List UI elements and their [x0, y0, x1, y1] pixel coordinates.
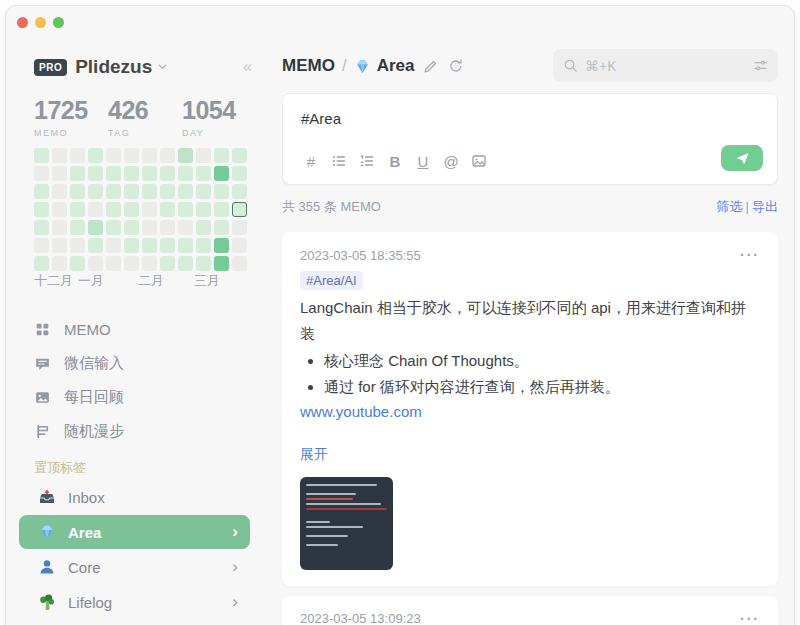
chevron-down-icon[interactable]: [157, 58, 168, 76]
heatmap-cell[interactable]: [160, 202, 175, 217]
bold-icon[interactable]: B: [381, 150, 409, 172]
sidebar-item-memo[interactable]: MEMO: [34, 312, 252, 346]
heatmap-cell[interactable]: [160, 256, 175, 271]
heatmap-cell[interactable]: [178, 184, 193, 199]
heatmap-cell[interactable]: [178, 202, 193, 217]
heatmap-cell[interactable]: [70, 148, 85, 163]
heatmap-cell[interactable]: [232, 148, 247, 163]
heatmap-cell[interactable]: [88, 202, 103, 217]
heatmap-cell[interactable]: [232, 184, 247, 199]
heatmap-cell[interactable]: [160, 220, 175, 235]
heatmap-cell[interactable]: [232, 166, 247, 181]
code-screenshot-thumbnail[interactable]: [300, 477, 393, 570]
heatmap-cell[interactable]: [142, 256, 157, 271]
heatmap-cell[interactable]: [88, 166, 103, 181]
memo-link[interactable]: www.youtube.com: [300, 403, 760, 420]
heatmap-cell[interactable]: [70, 184, 85, 199]
heatmap-cell[interactable]: [160, 184, 175, 199]
ordered-list-icon[interactable]: [353, 150, 381, 172]
heatmap-cell[interactable]: [52, 148, 67, 163]
heatmap-cell[interactable]: [196, 238, 211, 253]
heatmap-cell[interactable]: [124, 202, 139, 217]
close-button[interactable]: [17, 17, 28, 28]
filter-link[interactable]: 筛选: [717, 199, 743, 214]
heatmap-cell[interactable]: [214, 166, 229, 181]
more-options-icon[interactable]: ···: [740, 611, 760, 625]
heatmap-cell[interactable]: [196, 148, 211, 163]
heatmap-cell[interactable]: [88, 256, 103, 271]
editor-content[interactable]: #Area: [283, 94, 777, 127]
unordered-list-icon[interactable]: [325, 150, 353, 172]
breadcrumb-root[interactable]: MEMO: [282, 56, 335, 76]
sidebar-item-daily-review[interactable]: 每日回顾: [34, 380, 252, 414]
heatmap-cell[interactable]: [178, 256, 193, 271]
heatmap-cell[interactable]: [124, 166, 139, 181]
heatmap-cell[interactable]: [178, 220, 193, 235]
heatmap-cell[interactable]: [88, 184, 103, 199]
heatmap-cell[interactable]: [214, 220, 229, 235]
heatmap-cell[interactable]: [214, 148, 229, 163]
heatmap-cell[interactable]: [106, 238, 121, 253]
pinned-tag-lifelog[interactable]: Lifelog›: [19, 585, 250, 619]
heatmap-cell[interactable]: [124, 184, 139, 199]
heatmap-cell[interactable]: [124, 220, 139, 235]
heatmap-cell[interactable]: [70, 202, 85, 217]
image-icon[interactable]: [465, 150, 493, 172]
heatmap-cell[interactable]: [160, 166, 175, 181]
heatmap-cell[interactable]: [214, 202, 229, 217]
heatmap-cell[interactable]: [106, 220, 121, 235]
heatmap-cell[interactable]: [160, 238, 175, 253]
minimize-button[interactable]: [35, 17, 46, 28]
heatmap-cell[interactable]: [178, 148, 193, 163]
heatmap-cell[interactable]: [88, 220, 103, 235]
heatmap-cell[interactable]: [52, 166, 67, 181]
chevron-right-icon[interactable]: ›: [232, 557, 238, 577]
heatmap-cell[interactable]: [196, 202, 211, 217]
heatmap-cell[interactable]: [88, 148, 103, 163]
heatmap-cell[interactable]: [34, 202, 49, 217]
heatmap-cell[interactable]: [232, 256, 247, 271]
heatmap-cell[interactable]: [52, 256, 67, 271]
heatmap-cell[interactable]: [142, 184, 157, 199]
heatmap-cell[interactable]: [52, 202, 67, 217]
memo-editor[interactable]: #Area #BU@: [282, 93, 778, 185]
mention-icon[interactable]: @: [437, 150, 465, 172]
pinned-tag-core[interactable]: Core›: [19, 550, 250, 584]
heatmap-cell[interactable]: [232, 202, 247, 217]
heatmap-cell[interactable]: [214, 256, 229, 271]
heatmap-cell[interactable]: [88, 238, 103, 253]
send-button[interactable]: [721, 145, 763, 171]
underline-icon[interactable]: U: [409, 150, 437, 172]
workspace-name[interactable]: Plidezus: [75, 56, 152, 78]
edit-icon[interactable]: [423, 58, 439, 74]
sidebar-item-wechat-input[interactable]: 微信输入: [34, 346, 252, 380]
pinned-tag-area[interactable]: Area›: [19, 515, 250, 549]
heatmap-cell[interactable]: [106, 202, 121, 217]
heatmap-cell[interactable]: [196, 184, 211, 199]
heatmap-cell[interactable]: [106, 256, 121, 271]
heatmap-cell[interactable]: [34, 166, 49, 181]
heatmap-cell[interactable]: [34, 184, 49, 199]
heatmap-cell[interactable]: [52, 220, 67, 235]
pinned-tag-inbox[interactable]: Inbox: [19, 480, 250, 514]
heatmap-cell[interactable]: [70, 220, 85, 235]
heatmap-cell[interactable]: [142, 148, 157, 163]
heatmap-cell[interactable]: [52, 184, 67, 199]
chevron-right-icon[interactable]: ›: [232, 592, 238, 612]
heatmap-cell[interactable]: [34, 220, 49, 235]
search-input[interactable]: [585, 58, 753, 74]
heatmap-cell[interactable]: [70, 166, 85, 181]
heatmap-cell[interactable]: [34, 256, 49, 271]
heatmap-cell[interactable]: [178, 166, 193, 181]
heatmap-cell[interactable]: [124, 238, 139, 253]
heatmap-cell[interactable]: [214, 184, 229, 199]
heatmap-cell[interactable]: [106, 184, 121, 199]
heatmap-cell[interactable]: [70, 238, 85, 253]
more-options-icon[interactable]: ···: [740, 247, 760, 263]
heatmap-cell[interactable]: [124, 256, 139, 271]
heatmap-cell[interactable]: [34, 148, 49, 163]
memo-tag-chip[interactable]: #Area/AI: [300, 271, 363, 290]
heatmap-cell[interactable]: [178, 238, 193, 253]
sidebar-item-random-walk[interactable]: 随机漫步: [34, 414, 252, 448]
chevron-right-icon[interactable]: ›: [232, 522, 238, 542]
